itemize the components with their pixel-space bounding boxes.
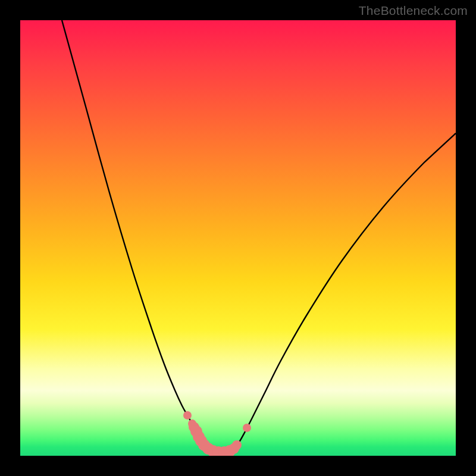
- curve-marker: [183, 411, 192, 419]
- chart-frame: TheBottleneck.com: [0, 0, 476, 476]
- curve-markers: [183, 411, 251, 456]
- plot-area: [20, 20, 456, 456]
- curve-layer: [20, 20, 456, 456]
- curve-marker: [243, 424, 251, 432]
- watermark-text: TheBottleneck.com: [359, 4, 468, 18]
- curve-marker: [232, 440, 242, 450]
- bottleneck-curve: [62, 20, 456, 452]
